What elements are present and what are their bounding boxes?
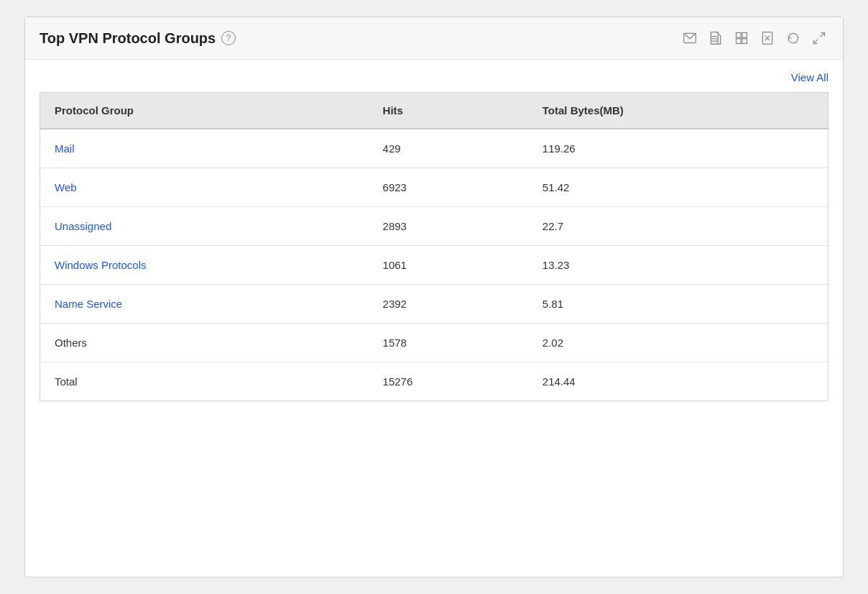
refresh-action-icon[interactable] [784, 29, 803, 47]
col-header-protocol-group: Protocol Group [40, 93, 369, 129]
svg-line-13 [814, 40, 818, 44]
protocol-table: Protocol Group Hits Total Bytes(MB) Mail… [40, 92, 828, 401]
hits-cell: 15276 [369, 362, 528, 401]
svg-rect-5 [737, 33, 742, 38]
excel-action-icon[interactable] [758, 29, 777, 47]
table-row: Unassigned289322.7 [40, 207, 828, 246]
protocol-group-cell: Total [40, 362, 369, 401]
widget-header: Top VPN Protocol Groups ? [25, 17, 843, 60]
protocol-group-cell[interactable]: Name Service [40, 285, 369, 324]
table-row: Total15276214.44 [40, 362, 828, 401]
hits-cell: 1061 [369, 246, 528, 285]
protocol-group-link[interactable]: Unassigned [55, 220, 111, 232]
view-all-link[interactable]: View All [791, 71, 828, 83]
grid-icon [734, 31, 749, 45]
total-bytes-cell: 5.81 [528, 285, 828, 324]
excel-icon [760, 31, 775, 45]
col-header-total-bytes: Total Bytes(MB) [528, 93, 828, 129]
resize-action-icon[interactable] [810, 29, 828, 47]
svg-rect-8 [742, 39, 747, 44]
total-bytes-cell: 51.42 [528, 168, 828, 207]
hits-cell: 2392 [369, 285, 528, 324]
header-actions [680, 29, 828, 47]
vpn-protocol-widget: Top VPN Protocol Groups ? [24, 17, 844, 577]
total-bytes-cell: 214.44 [528, 362, 828, 401]
refresh-icon [786, 31, 800, 45]
help-icon[interactable]: ? [221, 31, 236, 45]
protocol-group-cell[interactable]: Windows Protocols [40, 246, 369, 285]
email-icon [683, 31, 697, 45]
pdf-icon [708, 31, 723, 45]
widget-body: View All Protocol Group Hits Total Bytes… [25, 60, 843, 413]
svg-rect-1 [711, 32, 718, 45]
total-bytes-cell: 2.02 [528, 324, 828, 362]
svg-rect-7 [737, 39, 742, 44]
protocol-group-link[interactable]: Name Service [55, 298, 122, 310]
protocol-group-cell[interactable]: Web [40, 168, 369, 207]
table-row: Web692351.42 [40, 168, 828, 207]
protocol-group-cell[interactable]: Unassigned [40, 207, 369, 246]
total-bytes-cell: 13.23 [528, 246, 828, 285]
table-row: Name Service23925.81 [40, 285, 828, 324]
protocol-group-link[interactable]: Web [55, 181, 77, 193]
pdf-action-icon[interactable] [706, 29, 725, 47]
total-bytes-cell: 119.26 [528, 129, 828, 168]
title-area: Top VPN Protocol Groups ? [40, 30, 236, 47]
svg-line-12 [821, 33, 825, 37]
widget-title: Top VPN Protocol Groups [40, 30, 216, 47]
grid-action-icon[interactable] [732, 29, 751, 47]
table-row: Others15782.02 [40, 324, 828, 362]
email-action-icon[interactable] [680, 29, 699, 47]
table-row: Windows Protocols106113.23 [40, 246, 828, 285]
hits-cell: 429 [369, 129, 528, 168]
view-all-row: View All [40, 71, 828, 83]
hits-cell: 2893 [369, 207, 528, 246]
protocol-group-cell[interactable]: Mail [40, 129, 369, 168]
table-row: Mail429119.26 [40, 129, 828, 168]
protocol-group-link[interactable]: Windows Protocols [55, 259, 147, 271]
hits-cell: 1578 [369, 324, 528, 362]
hits-cell: 6923 [369, 168, 528, 207]
col-header-hits: Hits [369, 93, 528, 129]
total-bytes-cell: 22.7 [528, 207, 828, 246]
resize-icon [812, 31, 826, 45]
svg-rect-6 [742, 33, 747, 38]
protocol-group-cell: Others [40, 324, 369, 362]
table-header-row: Protocol Group Hits Total Bytes(MB) [40, 93, 828, 129]
protocol-group-link[interactable]: Mail [55, 142, 75, 155]
